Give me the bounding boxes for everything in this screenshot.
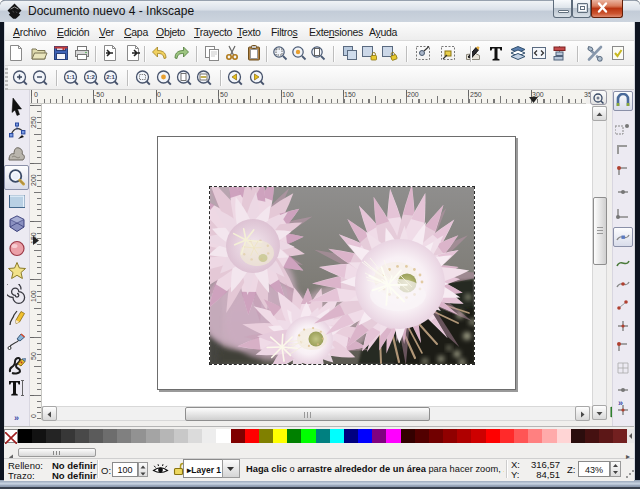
svg-text:1:1: 1:1 [66,74,75,80]
svg-text:50: 50 [30,352,37,360]
svg-text:0: 0 [30,414,37,418]
svg-text:250: 250 [30,116,37,128]
svg-text:200: 200 [30,174,37,186]
svg-text:1:2: 1:2 [86,74,95,80]
svg-text:2:1: 2:1 [106,74,115,80]
svg-text:100: 100 [30,290,37,302]
